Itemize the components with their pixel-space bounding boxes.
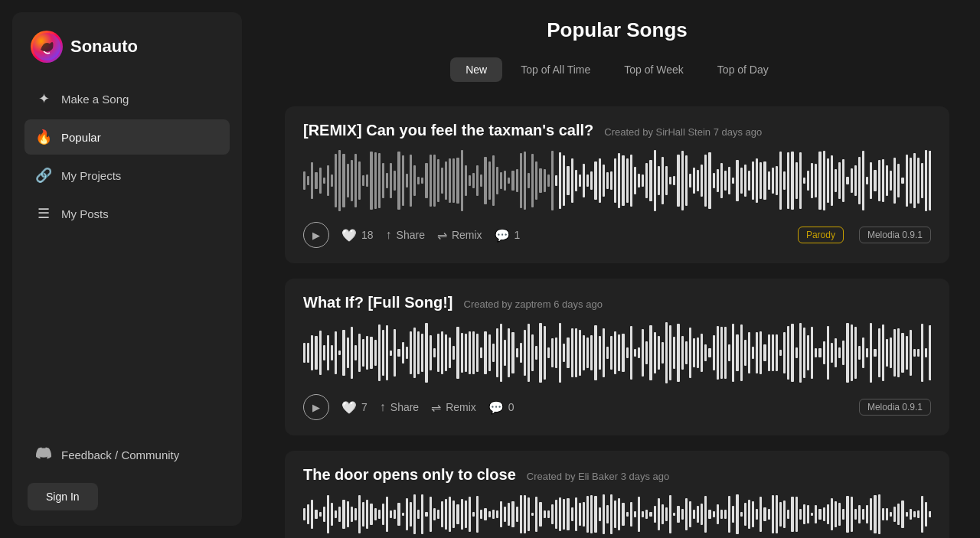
tab-top-all-time[interactable]: Top of All Time bbox=[505, 57, 606, 82]
share-label: Share bbox=[390, 401, 419, 413]
waveform-2 bbox=[303, 322, 931, 383]
filter-tabs: New Top of All Time Top of Week Top of D… bbox=[285, 57, 949, 82]
like-count-2: 7 bbox=[361, 401, 368, 413]
share-icon: ↑ bbox=[386, 228, 392, 242]
comment-icon: 💬 bbox=[488, 400, 504, 415]
comment-count-2: 0 bbox=[508, 401, 514, 413]
sidebar-item-label: Make a Song bbox=[61, 93, 129, 106]
app-name: Sonauto bbox=[70, 37, 138, 57]
play-button-1[interactable]: ▶ bbox=[303, 222, 329, 248]
play-button-2[interactable]: ▶ bbox=[303, 394, 329, 420]
heart-icon: 🤍 bbox=[341, 228, 357, 243]
version-badge-2: Melodia 0.9.1 bbox=[859, 399, 931, 416]
share-button-1[interactable]: ↑ Share bbox=[386, 225, 425, 245]
song-header-2: What If? [Full Song!] Created by zaptrem… bbox=[303, 294, 931, 311]
sidebar-item-make-a-song[interactable]: ✦ Make a Song bbox=[24, 81, 230, 116]
song-meta-3: Created by Eli Baker 3 days ago bbox=[527, 471, 669, 482]
song-header-3: The door opens only to close Created by … bbox=[303, 466, 931, 484]
parody-badge-1: Parody bbox=[798, 227, 844, 243]
posts-icon: ☰ bbox=[35, 205, 52, 222]
remix-icon: ⇌ bbox=[431, 400, 441, 415]
song-title-2: What If? [Full Song!] bbox=[303, 294, 453, 311]
song-actions-1: ▶ 🤍 18 ↑ Share ⇌ Remix 💬 1 Parody Melodi… bbox=[303, 222, 931, 248]
song-meta-2: Created by zaptrem 6 days ago bbox=[464, 298, 603, 310]
heart-icon: 🤍 bbox=[341, 400, 357, 415]
waveform-1 bbox=[303, 150, 931, 211]
song-title-3: The door opens only to close bbox=[303, 466, 516, 484]
sidebar-item-my-projects[interactable]: 🔗 My Projects bbox=[24, 158, 230, 193]
share-icon: ↑ bbox=[380, 400, 386, 414]
sidebar-item-label: My Projects bbox=[61, 169, 121, 182]
like-button-2[interactable]: 🤍 7 bbox=[341, 397, 368, 418]
remix-label: Remix bbox=[452, 229, 482, 241]
sidebar-item-label: Feedback / Community bbox=[61, 448, 179, 461]
comment-button-1[interactable]: 💬 1 bbox=[495, 225, 521, 246]
sign-in-button[interactable]: Sign In bbox=[28, 483, 98, 510]
song-actions-2: ▶ 🤍 7 ↑ Share ⇌ Remix 💬 0 Melodia 0.9.1 bbox=[303, 394, 931, 420]
remix-button-2[interactable]: ⇌ Remix bbox=[431, 397, 476, 418]
app-logo bbox=[31, 31, 63, 63]
projects-icon: 🔗 bbox=[35, 167, 52, 184]
sidebar-item-my-posts[interactable]: ☰ My Posts bbox=[24, 196, 230, 231]
share-label: Share bbox=[397, 229, 425, 241]
main-content: Popular Songs New Top of All Time Top of… bbox=[254, 0, 980, 538]
discord-icon bbox=[35, 445, 52, 465]
sidebar-item-label: Popular bbox=[61, 131, 101, 144]
song-card-1: [REMIX] Can you feel the taxman's call? … bbox=[285, 106, 949, 263]
song-card-3: The door opens only to close Created by … bbox=[285, 451, 949, 538]
song-card-2: What If? [Full Song!] Created by zaptrem… bbox=[285, 279, 949, 435]
sidebar-item-label: My Posts bbox=[61, 207, 109, 220]
share-button-2[interactable]: ↑ Share bbox=[380, 397, 419, 417]
sidebar: Sonauto ✦ Make a Song 🔥 Popular 🔗 My Pro… bbox=[12, 12, 242, 526]
comment-count-1: 1 bbox=[514, 229, 521, 241]
sidebar-item-popular[interactable]: 🔥 Popular bbox=[24, 119, 230, 155]
version-badge-1: Melodia 0.9.1 bbox=[859, 227, 931, 243]
remix-label: Remix bbox=[446, 401, 476, 413]
like-count-1: 18 bbox=[361, 229, 374, 241]
waveform-3 bbox=[303, 494, 931, 534]
tab-new[interactable]: New bbox=[450, 57, 502, 82]
make-song-icon: ✦ bbox=[35, 90, 52, 107]
remix-icon: ⇌ bbox=[437, 228, 447, 243]
tab-top-day[interactable]: Top of Day bbox=[702, 57, 784, 82]
tab-top-week[interactable]: Top of Week bbox=[609, 57, 699, 82]
song-header-1: [REMIX] Can you feel the taxman's call? … bbox=[303, 122, 931, 139]
logo-row: Sonauto bbox=[24, 28, 230, 66]
comment-icon: 💬 bbox=[495, 228, 510, 243]
comment-button-2[interactable]: 💬 0 bbox=[488, 397, 514, 418]
sidebar-item-community[interactable]: Feedback / Community bbox=[24, 436, 230, 474]
remix-button-1[interactable]: ⇌ Remix bbox=[437, 225, 482, 246]
song-title-1: [REMIX] Can you feel the taxman's call? bbox=[303, 122, 593, 139]
page-title: Popular Songs bbox=[285, 18, 949, 42]
popular-icon: 🔥 bbox=[35, 129, 52, 145]
like-button-1[interactable]: 🤍 18 bbox=[341, 225, 374, 246]
song-meta-1: Created by SirHall Stein 7 days ago bbox=[604, 126, 762, 138]
